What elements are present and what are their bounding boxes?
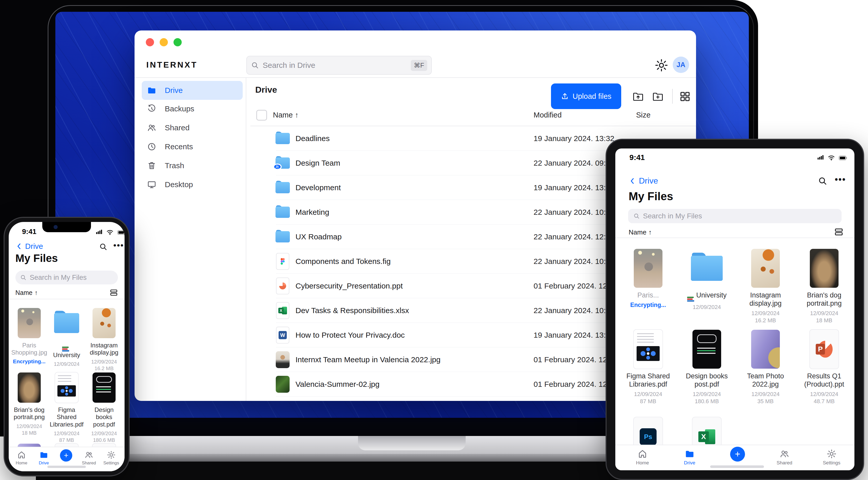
file-modified: 01 February 2024. 12:30	[533, 355, 618, 364]
grid-item-instagram-display-jpg[interactable]: Instagram display.jpg12/09/202416.2 MB	[86, 308, 122, 372]
tablet-more-menu-icon[interactable]: •••	[835, 174, 846, 185]
file-modified: 19 January 2024. 13:25	[533, 331, 614, 339]
new-folder-button[interactable]	[652, 90, 664, 103]
folder-icon	[276, 231, 290, 242]
file-name: Team Photo 2022.jpg	[739, 372, 792, 388]
file-thumbnail	[54, 308, 79, 338]
sidebar-item-trash[interactable]: Trash	[142, 157, 243, 175]
folder-shared-icon	[276, 155, 290, 172]
tablet-search-input[interactable]: Search in My Files	[628, 209, 842, 223]
file-thumbnail	[634, 249, 662, 288]
phone-search-icon[interactable]	[99, 242, 107, 251]
grid-item-results-q1-product-ppt[interactable]: PResults Q1 (Product).ppt12/09/202448.7 …	[798, 330, 850, 405]
search-icon	[633, 213, 640, 219]
clock-icon	[147, 142, 157, 151]
grid-item-figma-shared-libraries-pdf[interactable]: Figma Shared Libraries.pdf12/09/202487 M…	[622, 330, 675, 405]
photo-leaves-icon	[276, 376, 290, 393]
sidebar-item-label: Shared	[165, 124, 190, 132]
file-thumbnail	[810, 249, 839, 288]
grid-item-brian-s-dog-portrait-png[interactable]: Brian's dog portrait.png12/09/202418 MB	[11, 373, 47, 436]
tab-label: Shared	[776, 460, 792, 466]
phone-sort-control[interactable]: Name↑	[16, 289, 38, 297]
select-all-checkbox[interactable]	[256, 110, 267, 121]
tab-item-home[interactable]: Home	[627, 449, 658, 466]
grid-item-design-books-post-pdf[interactable]: Design books post.pdf12/09/2024180.6 MB	[86, 373, 122, 443]
figma-icon	[278, 257, 287, 266]
page-title: Drive	[255, 85, 277, 95]
grid-item-figma-shared-libraries-pdf[interactable]: Figma Shared Libraries.pdf12/09/202487 M…	[49, 373, 84, 443]
tab-label: Home	[16, 460, 27, 466]
minimize-window-button[interactable]	[160, 38, 168, 46]
phone-device: 9:41 Drive ••• My Files Search in My Fil…	[4, 217, 130, 476]
file-name: Paris Shopping.jpg	[11, 342, 47, 356]
add-file-fab[interactable]: +	[60, 449, 72, 461]
file-modified: 01 February 2024. 12:30	[533, 380, 618, 388]
file-name: Instagram display.jpg	[86, 342, 122, 356]
drive-search-input[interactable]: Search in Drive ⌘F	[246, 56, 432, 75]
sidebar-item-drive[interactable]: Drive	[142, 81, 243, 100]
file-thumbnail	[18, 373, 41, 403]
tab-item-settings[interactable]: Settings	[816, 449, 847, 466]
search-shortcut-badge: ⌘F	[411, 60, 427, 71]
ppt-icon	[276, 277, 290, 295]
tablet-search-icon[interactable]	[818, 176, 828, 186]
maximize-window-button[interactable]	[174, 38, 182, 46]
upload-folder-button[interactable]	[632, 90, 644, 103]
avatar[interactable]: JA	[673, 57, 689, 73]
upload-files-button[interactable]: Upload files	[551, 83, 621, 109]
file-name: Design books post.pdf	[86, 406, 122, 428]
excel-icon: X	[699, 428, 715, 445]
close-window-button[interactable]	[146, 38, 154, 46]
file-meta: 12/09/202416.2 MB	[91, 358, 117, 372]
folder-icon	[276, 182, 290, 193]
grid-item-team-photo-2022-jpg[interactable]: Team Photo 2022.jpg12/09/202435 MB	[739, 330, 792, 405]
gear-icon	[827, 449, 837, 459]
folder-icon	[276, 204, 290, 221]
sidebar-item-desktop[interactable]: Desktop	[142, 176, 243, 194]
battery-icon	[838, 153, 848, 162]
column-header-size[interactable]: Size	[636, 111, 650, 119]
tablet-back-button[interactable]: Drive	[629, 176, 658, 185]
column-header-name[interactable]: Name ↑	[273, 111, 299, 119]
file-modified: 19 January 2024. 13:34	[533, 183, 614, 192]
phone-search-input[interactable]: Search in My Files	[16, 271, 118, 284]
grid-view-icon[interactable]	[679, 90, 691, 103]
file-modified: 01 February 2024. 12:30	[533, 282, 618, 290]
file-modified: 22 January 2024. 12:44	[533, 233, 614, 241]
grid-item-design-books-post-pdf[interactable]: Design books post.pdf12/09/2024180.6 MB	[680, 330, 733, 405]
grid-item-paris-shopping-jpg[interactable]: Paris Shopping.jpgEncrypting...	[11, 308, 47, 365]
sidebar-item-backups[interactable]: Backups	[142, 100, 243, 118]
folder-icon	[276, 179, 290, 196]
grid-item-brian-s-dog-portrait-png[interactable]: Brian's dog portrait.png12/09/202418 MB	[798, 249, 850, 324]
tab-item-drive[interactable]: Drive	[28, 450, 59, 466]
list-view-toggle-icon[interactable]	[834, 227, 844, 237]
grid-item-paris[interactable]: Paris...Encrypting...	[622, 249, 675, 308]
tab-item-shared[interactable]: Shared	[769, 449, 800, 466]
settings-gear-icon[interactable]	[654, 58, 669, 72]
chevron-left-icon	[16, 242, 23, 250]
sidebar-item-recents[interactable]: Recents	[142, 138, 243, 156]
file-thumbnail	[692, 330, 721, 369]
battery-icon	[116, 228, 125, 237]
tablet-sort-control[interactable]: Name↑	[629, 228, 652, 236]
grid-item-university[interactable]: University12/09/2024	[680, 249, 733, 311]
tab-label: Drive	[39, 460, 49, 466]
sidebar-item-shared[interactable]: Shared	[142, 119, 243, 137]
books-icon	[687, 297, 694, 302]
tab-item-settings[interactable]: Settings	[96, 450, 125, 466]
grid-item-university[interactable]: University12/09/2024	[49, 308, 84, 367]
list-view-toggle-icon[interactable]	[109, 288, 118, 297]
phone-more-menu-icon[interactable]: •••	[113, 240, 124, 250]
tablet-status-icons	[817, 153, 848, 162]
column-header-modified[interactable]: Modified	[533, 111, 562, 119]
tab-item-drive[interactable]: Drive	[674, 449, 705, 466]
folder-icon	[276, 133, 290, 144]
grid-item-instagram-display-jpg[interactable]: Instagram display.jpg12/09/202416.2 MB	[739, 249, 792, 324]
home-indicator[interactable]	[48, 466, 86, 468]
history-icon	[147, 104, 157, 114]
xlsx-icon: X	[276, 302, 290, 319]
add-file-fab[interactable]: +	[730, 447, 745, 461]
file-name: Figma Shared Libraries.pdf	[49, 406, 84, 428]
home-indicator[interactable]	[710, 466, 764, 468]
phone-back-button[interactable]: Drive	[16, 242, 43, 251]
